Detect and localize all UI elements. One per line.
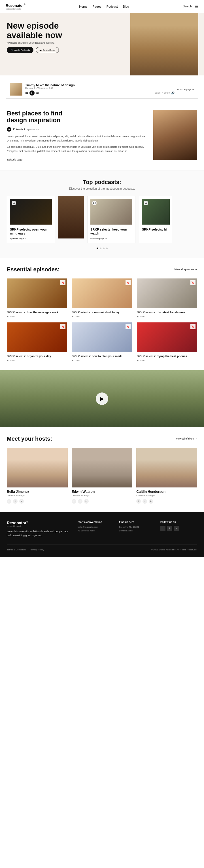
host-2-image <box>72 448 133 488</box>
dot-1[interactable] <box>97 248 98 249</box>
play-button[interactable]: ▶ <box>30 90 35 96</box>
podcast-card-3: 🎧 SRKP selects: keep your watch Episode … <box>87 196 135 243</box>
host-3-social-1[interactable]: f <box>136 499 141 504</box>
featured-image <box>153 110 197 160</box>
footer-follow-heading: Follow us on <box>160 521 197 524</box>
volume-button[interactable]: 🔊 <box>171 91 174 94</box>
bookmark-button-5[interactable]: 🔖 <box>126 324 131 329</box>
view-all-hosts-link[interactable]: View all of them → <box>176 437 197 440</box>
host-card-2: Edwin Watson Creative Strategist f t in <box>72 448 133 504</box>
footer: Resonator® podcast template We collabora… <box>0 512 204 557</box>
player-episode: Episode 1 - Welcome - 0:13 <box>25 87 174 89</box>
headphone-icon-3: 🎧 <box>92 201 97 205</box>
dot-2[interactable] <box>100 248 101 249</box>
episode-card-3: 🔖 SRKP selects: the latest trends now ▶ … <box>137 278 197 318</box>
footer-tagline: We collaborate with ambitious brands and… <box>7 529 73 538</box>
episodes-grid: 🔖 SRKP selects: how the new ages work ▶ … <box>7 278 197 362</box>
episode-name: Episode 1 <box>13 128 25 131</box>
bookmark-button-1[interactable]: 🔖 <box>60 280 65 285</box>
nav-links: Home Pages Podcast Blog <box>79 5 129 8</box>
footer-top: Resonator® podcast template We collabora… <box>7 521 197 538</box>
hero-subtitle: Available on Apple Soundcast and Spotify… <box>7 41 197 44</box>
host-1-social-3[interactable]: in <box>19 499 24 504</box>
footer-col-follow: Follow us on f t yt <box>160 521 197 538</box>
footer-col-find: Find us here Brooklyn, NY 11221 United S… <box>119 521 156 538</box>
footer-email[interactable]: hello@example.com <box>78 526 114 528</box>
footer-twitter-icon[interactable]: t <box>167 526 172 531</box>
podcast-card-1-link[interactable]: Episode page → <box>10 237 52 240</box>
nav-podcast[interactable]: Podcast <box>106 5 118 8</box>
footer-youtube-icon[interactable]: yt <box>174 526 179 531</box>
podcast-person-thumb <box>58 196 84 239</box>
bookmark-button-4[interactable]: 🔖 <box>60 324 65 329</box>
host-1-role: Creative Strategist <box>7 494 68 497</box>
terms-link[interactable]: Terms & Conditions <box>7 549 26 551</box>
footer-address2: United States <box>119 529 156 532</box>
bookmark-button-2[interactable]: 🔖 <box>126 280 131 285</box>
headphone-icon-1: 🎧 <box>12 201 16 205</box>
soundcloud-icon: ☁ <box>39 49 42 51</box>
dot-4[interactable] <box>106 248 108 249</box>
hero-content: New episode available now Available on A… <box>0 13 204 61</box>
hosts-section: Meet your hosts: View all of them → Bell… <box>0 427 204 512</box>
featured-link[interactable]: Episode page → <box>7 158 26 161</box>
player-info: Timmy Mike: the nature of design Episode… <box>25 83 174 96</box>
dot-3[interactable] <box>103 248 105 249</box>
podcast-card-2-image-only <box>58 196 84 239</box>
nav-right: Search ☰ <box>183 4 198 9</box>
nav-logo: Resonator® podcast template <box>6 3 25 10</box>
soundcloud-badge[interactable]: ☁ SoundCloud <box>36 47 59 53</box>
headphone-icon-4: 🎧 <box>144 201 148 205</box>
episode-card-4: 🔖 SRKP selects: organize your day ▶ 1min <box>7 322 67 362</box>
footer-bottom-links: Terms & Conditions Privacy Policy <box>7 549 44 551</box>
skip-back-button[interactable]: ⏮ <box>25 91 28 94</box>
host-3-name: Caitlin Henderson <box>136 490 197 494</box>
video-play-button[interactable]: ▶ <box>96 393 108 405</box>
host-3-social-3[interactable]: in <box>149 499 153 504</box>
host-2-social-2[interactable]: t <box>78 499 82 504</box>
progress-bar[interactable] <box>40 93 154 93</box>
host-3-role: Creative Strategist <box>136 494 197 497</box>
view-all-episodes-link[interactable]: View all episodes → <box>174 268 197 271</box>
host-3-social-2[interactable]: t <box>142 499 147 504</box>
bookmark-button-3[interactable]: 🔖 <box>191 280 196 285</box>
episode-play-button[interactable]: ▶ <box>7 127 11 131</box>
episode-label: ▶ Episode 1 Episode 1/3 <box>7 127 149 131</box>
ep-1-meta: ▶ 1min <box>7 315 67 318</box>
episode-card-5: 🔖 SRKP selects: how to plan your work ▶ … <box>72 322 132 362</box>
apple-podcasts-badge[interactable]: 🎵 Apple Podcasts <box>7 47 33 53</box>
ep-3-title: SRKP selects: the latest trends now <box>137 311 197 314</box>
host-3-image <box>136 448 197 488</box>
host-card-1: Bella Jimenez Creative Strategist f t in <box>7 448 68 504</box>
nav-home[interactable]: Home <box>79 5 87 8</box>
player-title: Timmy Mike: the nature of design <box>25 83 174 87</box>
search-label[interactable]: Search <box>183 5 192 8</box>
ep-4-image: 🔖 <box>7 322 67 352</box>
player-episode-link[interactable]: Episode page → <box>177 88 194 91</box>
host-2-social-1[interactable]: f <box>72 499 76 504</box>
skip-forward-button[interactable]: ⏭ <box>36 91 39 94</box>
host-1-social-1[interactable]: f <box>7 499 11 504</box>
hosts-grid: Bella Jimenez Creative Strategist f t in… <box>7 448 197 504</box>
host-2-social-3[interactable]: in <box>84 499 89 504</box>
footer-facebook-icon[interactable]: f <box>160 526 166 531</box>
host-2-role: Creative Strategist <box>72 494 133 497</box>
host-2-name: Edwin Watson <box>72 490 133 494</box>
ep-3-image: 🔖 <box>137 278 197 308</box>
nav-blog[interactable]: Blog <box>123 5 129 8</box>
hosts-header: Meet your hosts: View all of them → <box>7 436 197 442</box>
essential-heading: Essential episodes: <box>7 266 60 273</box>
featured-body-2: Ea commodo consequat. Duis aute irure do… <box>7 145 149 153</box>
podcast-card-3-image: 🎧 <box>90 199 132 225</box>
featured-section: Best places to find design inspiration ▶… <box>0 103 204 170</box>
host-3-socials: f t in <box>136 499 197 504</box>
podcast-card-3-link[interactable]: Episode page → <box>90 237 132 240</box>
podcast-card-3-title: SRKP selects: keep your watch <box>90 227 132 236</box>
bookmark-button-6[interactable]: 🔖 <box>191 324 196 329</box>
privacy-link[interactable]: Privacy Policy <box>30 549 44 551</box>
menu-icon[interactable]: ☰ <box>195 4 198 9</box>
host-1-social-2[interactable]: t <box>13 499 18 504</box>
ep-5-image: 🔖 <box>72 322 132 352</box>
ep-6-meta: ▶ 1min <box>137 359 197 362</box>
nav-pages[interactable]: Pages <box>93 5 101 8</box>
